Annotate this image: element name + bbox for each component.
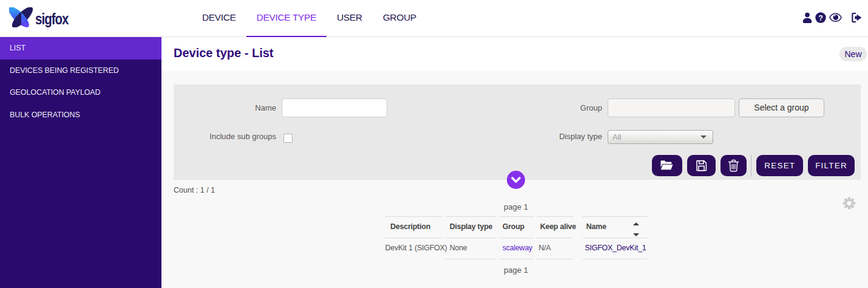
svg-text:?: ? xyxy=(818,14,823,22)
